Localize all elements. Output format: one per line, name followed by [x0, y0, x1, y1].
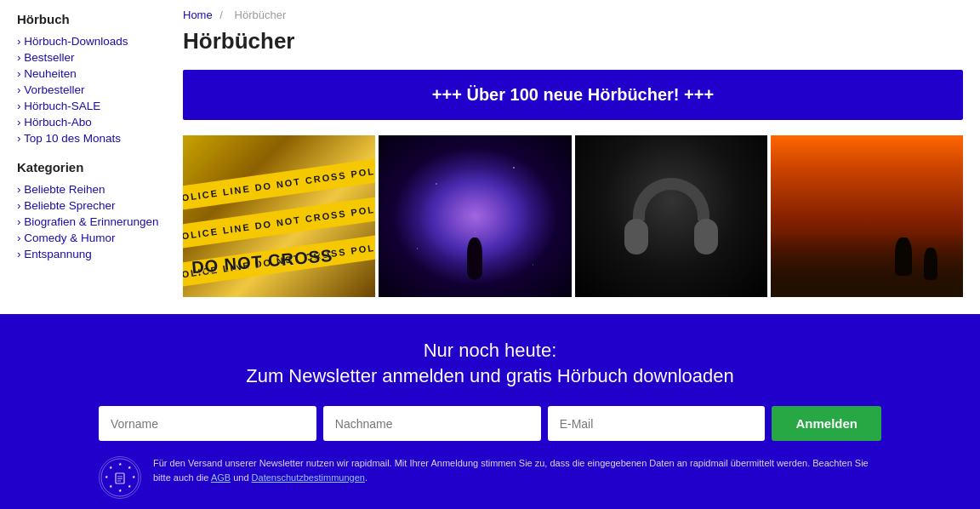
page-title: Hörbücher	[183, 28, 963, 54]
sidebar-link-entspannung[interactable]: Entspannung	[17, 246, 166, 262]
datenschutz-link[interactable]: Datenschutzbestimmungen	[252, 472, 365, 483]
sidebar-link-top10[interactable]: Top 10 des Monats	[17, 130, 166, 146]
svg-text:★: ★	[109, 483, 113, 489]
breadcrumb-current: Hörbücher	[235, 9, 287, 21]
eu-logo: ★ ★ ★ ★ ★ ★ ★ ★	[99, 456, 141, 499]
sidebar-section-kategorien: Kategorien	[17, 160, 166, 174]
agb-link[interactable]: AGB	[211, 472, 231, 483]
sidebar-section-hoerbuch: Hörbuch	[17, 12, 166, 26]
sidebar-link-downloads[interactable]: Hörbuch-Downloads	[17, 33, 166, 49]
sidebar: Hörbuch Hörbuch-Downloads Bestseller Neu…	[17, 9, 183, 297]
sidebar-link-sprecher[interactable]: Beliebte Sprecher	[17, 197, 166, 214]
svg-text:★: ★	[128, 483, 132, 489]
email-input[interactable]	[548, 406, 766, 441]
svg-text:★: ★	[118, 461, 122, 466]
sidebar-link-bestseller[interactable]: Bestseller	[17, 49, 166, 66]
submit-button[interactable]: Anmelden	[772, 406, 881, 441]
main-area: Hörbuch Hörbuch-Downloads Bestseller Neu…	[0, 0, 980, 314]
eu-circle-icon: ★ ★ ★ ★ ★ ★ ★ ★	[99, 456, 141, 499]
image-galaxy[interactable]	[379, 135, 571, 297]
promo-banner[interactable]: +++ Über 100 neue Hörbücher! +++	[183, 70, 963, 120]
breadcrumb: Home / Hörbücher	[183, 9, 963, 21]
figure-silhouette	[467, 237, 482, 280]
svg-text:★: ★	[132, 474, 136, 479]
firstname-input[interactable]	[99, 406, 316, 441]
page-wrapper: Hörbuch Hörbuch-Downloads Bestseller Neu…	[0, 0, 980, 509]
sidebar-link-neuheiten[interactable]: Neuheiten	[17, 66, 166, 82]
sidebar-link-sale[interactable]: Hörbuch-SALE	[17, 98, 166, 114]
svg-rect-9	[116, 473, 124, 483]
headphone-left-ear	[624, 219, 648, 254]
headphone-shape	[624, 178, 718, 254]
sidebar-link-biografien[interactable]: Biografien & Erinnerungen	[17, 214, 166, 230]
disclaimer-text: Für den Versand unserer Newsletter nutze…	[153, 456, 881, 484]
svg-text:★: ★	[118, 488, 122, 493]
breadcrumb-separator: /	[219, 9, 223, 21]
person2-silhouette	[924, 248, 937, 280]
newsletter-disclaimer: ★ ★ ★ ★ ★ ★ ★ ★	[99, 456, 881, 499]
sidebar-link-comedy[interactable]: Comedy & Humor	[17, 230, 166, 246]
sidebar-link-vorbesteller[interactable]: Vorbesteller	[17, 82, 166, 98]
sidebar-link-abo[interactable]: Hörbuch-Abo	[17, 114, 166, 130]
lastname-input[interactable]	[323, 406, 541, 441]
eu-stars-svg: ★ ★ ★ ★ ★ ★ ★ ★	[100, 457, 140, 498]
svg-text:★: ★	[109, 465, 113, 470]
newsletter-section: Nur noch heute: Zum Newsletter anmelden …	[0, 314, 980, 509]
content-area: Home / Hörbücher Hörbücher +++ Über 100 …	[183, 9, 963, 297]
svg-text:★: ★	[105, 474, 109, 479]
headphone-right-ear	[694, 219, 718, 254]
image-sunset[interactable]	[771, 135, 963, 297]
person1-silhouette	[895, 237, 912, 276]
breadcrumb-home[interactable]: Home	[183, 9, 213, 21]
newsletter-title-line2: Zum Newsletter anmelden und gratis Hörbu…	[17, 365, 963, 387]
newsletter-title-line1: Nur noch heute:	[17, 340, 963, 362]
image-headphones[interactable]	[575, 135, 767, 297]
sidebar-link-reihen[interactable]: Beliebte Reihen	[17, 181, 166, 197]
category-image-grid: POLICE LINE DO NOT CROSS POLICE POLICE L…	[183, 135, 963, 297]
newsletter-form: Anmelden	[99, 406, 881, 441]
headphone-arc	[633, 178, 709, 220]
image-crime[interactable]: POLICE LINE DO NOT CROSS POLICE POLICE L…	[183, 135, 375, 297]
svg-text:★: ★	[128, 465, 132, 470]
